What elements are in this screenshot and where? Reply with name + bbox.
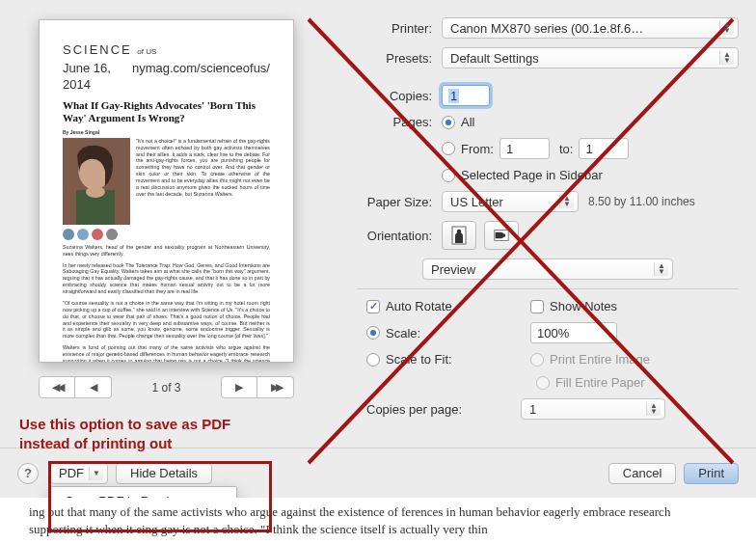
next-page-button[interactable]: ▶ (221, 376, 257, 398)
to-input[interactable]: 1 (579, 138, 629, 159)
masthead: SCIENCE (63, 42, 132, 57)
landscape-button[interactable] (484, 221, 519, 250)
shownotes-label: Show Notes (550, 299, 617, 313)
printer-label: Printer: (357, 21, 442, 36)
article-headline: What If Gay-Rights Advocates' 'Born This… (63, 99, 270, 123)
prev-page-button[interactable]: ◀ (75, 376, 112, 398)
scaletofit-radio[interactable] (366, 353, 380, 367)
cancel-button[interactable]: Cancel (608, 463, 676, 484)
from-label: From: (461, 142, 494, 156)
printer-select[interactable]: Canon MX870 series (00.1e.8f.6…▲▼ (442, 17, 739, 39)
print-button[interactable]: Print (684, 463, 739, 484)
papersize-select[interactable]: US Letter▲▼ (442, 191, 579, 212)
pages-all-radio[interactable] (442, 116, 455, 129)
to-label: to: (559, 142, 573, 156)
pages-all-label: All (461, 115, 474, 129)
autorotate-checkbox[interactable] (366, 300, 380, 313)
article-p2: Suzanna Walters, head of the gender and … (63, 244, 270, 258)
fillpaper-radio[interactable] (536, 376, 550, 390)
autorotate-label: Auto Rotate (386, 299, 530, 313)
print-options: Printer: Canon MX870 series (00.1e.8f.6…… (357, 17, 739, 428)
divider (357, 288, 739, 289)
printentire-radio[interactable] (530, 353, 544, 367)
annotation-text: Use this option to save as PDF instead o… (19, 415, 241, 454)
article-photo (63, 138, 130, 225)
copiesperpage-label: Copies per page: (366, 402, 521, 417)
article-p4: "Of course sexuality is not a choice in … (63, 300, 270, 340)
orientation-label: Orientation: (357, 229, 442, 243)
shownotes-checkbox[interactable] (530, 300, 544, 313)
scale-radio[interactable] (366, 326, 380, 340)
preview-column: SCIENCE of US June 16, 2014nymag.com/sci… (39, 19, 309, 398)
portrait-button[interactable] (442, 221, 476, 250)
page-navigator: ◀◀ ◀ 1 of 3 ▶ ▶▶ (39, 376, 294, 398)
copiesperpage-select[interactable]: 1▲▼ (521, 398, 665, 420)
fillpaper-label: Fill Entire Paper (555, 375, 644, 390)
copies-input[interactable]: 1 (442, 85, 490, 106)
masthead-sub: of US (137, 47, 156, 56)
pages-from-radio[interactable] (442, 142, 455, 155)
article-date: June 16, 2014 (63, 61, 132, 94)
scale-input[interactable]: 100% (530, 322, 617, 343)
article-p3: In her newly released book The Tolerance… (63, 262, 270, 295)
help-button[interactable]: ? (17, 463, 39, 484)
svg-point-3 (86, 186, 105, 198)
printentire-label: Print Entire Image (550, 352, 650, 367)
share-icons (63, 229, 270, 240)
copies-label: Copies: (357, 89, 442, 103)
scale-label: Scale: (386, 326, 530, 340)
presets-select[interactable]: Default Settings▲▼ (442, 47, 739, 68)
page-thumbnail: SCIENCE of US June 16, 2014nymag.com/sci… (39, 19, 294, 363)
papersize-label: Paper Size: (357, 195, 442, 209)
pages-selected-radio[interactable] (442, 169, 455, 182)
selected-label: Selected Page in Sidebar (461, 168, 603, 182)
article-source: nymag.com/scienceofus/ (132, 61, 270, 94)
article-p5: Walters is fond of pointing out that man… (63, 344, 270, 363)
paper-dimensions: 8.50 by 11.00 inches (588, 195, 695, 208)
article-byline: By Jesse Singal (63, 129, 270, 136)
last-page-button[interactable]: ▶▶ (257, 376, 294, 398)
from-input[interactable]: 1 (500, 138, 550, 159)
page-indicator: 1 of 3 (151, 381, 180, 394)
presets-label: Presets: (357, 51, 442, 66)
annotation-box (48, 461, 272, 532)
first-page-button[interactable]: ◀◀ (39, 376, 75, 398)
pages-label: Pages: (357, 115, 442, 129)
section-select[interactable]: Preview▲▼ (422, 258, 673, 280)
scaletofit-label: Scale to Fit: (386, 352, 530, 367)
